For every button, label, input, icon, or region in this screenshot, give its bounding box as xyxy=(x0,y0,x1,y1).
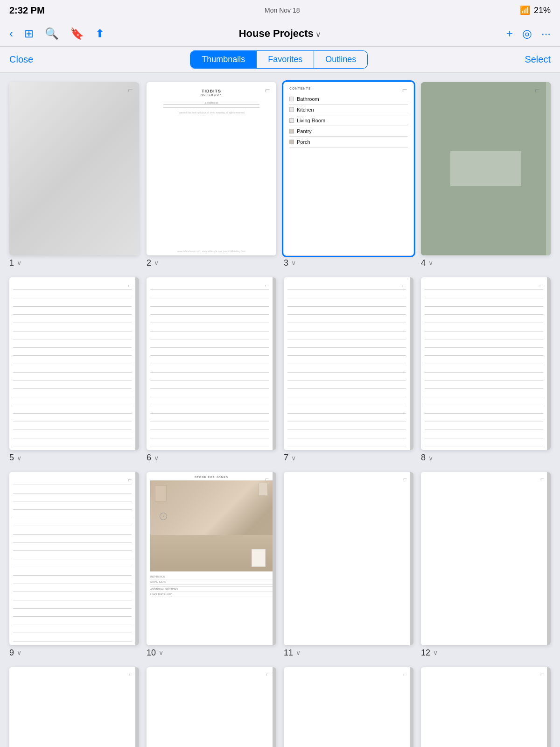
page-thumbnail[interactable]: ⌐ xyxy=(284,472,413,645)
add-button[interactable]: + xyxy=(506,27,513,40)
contents-item: Bathroom xyxy=(289,94,408,105)
thumbnail-item: STONE FOR JONES ⊕ INSPIRATION STONE IDEA… xyxy=(147,472,276,658)
chevron-down-icon[interactable]: ∨ xyxy=(17,259,21,267)
grid-page-content: ⌐ xyxy=(421,472,551,645)
title-dropdown-icon[interactable]: ∨ xyxy=(315,30,321,38)
select-button[interactable]: Select xyxy=(525,54,551,65)
document-title: House Projects xyxy=(239,28,314,39)
page-number: 9 xyxy=(9,648,14,658)
page-spine xyxy=(273,472,276,645)
bookmark-icon: ⌐ xyxy=(403,475,407,482)
chevron-down-icon[interactable]: ∨ xyxy=(428,454,433,462)
toolbar: Close Thumbnails Favorites Outlines Sele… xyxy=(0,47,560,73)
bookmark-icon: ⌐ xyxy=(128,281,132,289)
page-thumbnail[interactable]: STONE FOR JONES ⊕ INSPIRATION STONE IDEA… xyxy=(147,472,276,645)
chevron-down-icon[interactable]: ∨ xyxy=(154,259,159,267)
status-date: Mon Nov 18 xyxy=(265,7,300,14)
page-thumbnail[interactable]: ⌐ xyxy=(284,277,413,451)
status-time: 2:32 PM xyxy=(9,5,45,16)
page-number: 4 xyxy=(421,258,426,268)
bookmark-icon: ⌐ xyxy=(266,670,270,677)
chevron-down-icon[interactable]: ∨ xyxy=(17,454,21,462)
page-label-row: 6 ∨ xyxy=(147,453,276,463)
page-thumbnail[interactable]: ⌐ xyxy=(9,277,139,451)
contents-item-label: Living Room xyxy=(297,118,325,123)
page-thumbnail[interactable]: ⌐ xyxy=(284,667,413,747)
nav-right-controls: + ◎ ··· xyxy=(457,27,551,40)
chevron-down-icon[interactable]: ∨ xyxy=(159,649,163,656)
lined-page-content: ⌐ xyxy=(421,277,551,451)
close-button[interactable]: Close xyxy=(9,54,33,65)
page-thumbnail[interactable]: ⌐ xyxy=(421,472,551,645)
page-thumbnail[interactable]: ⌐ xyxy=(421,82,551,255)
grid-page-content: ⌐ xyxy=(284,472,413,645)
bookmark-icon: ⌐ xyxy=(402,281,406,289)
page-spine xyxy=(135,277,139,451)
page-label-row: 8 ∨ xyxy=(421,453,551,463)
page-label-row: 9 ∨ xyxy=(9,648,139,658)
page-thumbnail[interactable]: TIDBITS NOTEBOOK ⌐ xyxy=(9,82,139,255)
checkbox xyxy=(289,107,294,112)
inspiration-text-area: INSPIRATION STONE IDEAS ADDITIONAL DECIS… xyxy=(150,574,273,597)
chevron-down-icon[interactable]: ∨ xyxy=(428,259,433,267)
page-thumbnail[interactable]: ⌐ xyxy=(9,667,139,747)
thumbnail-item: ⌐ 15 ∨ xyxy=(284,667,413,747)
contents-item: Kitchen xyxy=(289,105,408,115)
page-spine xyxy=(547,472,551,645)
nav-left-controls: ‹ ⊞ 🔍 🔖 ⬆ xyxy=(9,27,103,40)
thumbnail-item: ⌐ 9 ∨ xyxy=(9,472,139,658)
grid-view-button[interactable]: ⊞ xyxy=(24,27,34,40)
bookmark-icon: ⌐ xyxy=(402,85,411,96)
battery-indicator: 21% xyxy=(534,6,551,15)
bookmark-button[interactable]: 🔖 xyxy=(70,27,84,40)
page-thumbnail-selected[interactable]: CONTENTS Bathroom Kitchen Living Room Pa… xyxy=(284,82,413,255)
back-button[interactable]: ‹ xyxy=(9,27,13,40)
page-number: 12 xyxy=(421,648,430,658)
thumbnail-item: CONTENTS Bathroom Kitchen Living Room Pa… xyxy=(284,82,413,268)
lined-page-content: ⌐ xyxy=(9,277,139,451)
page-thumbnail[interactable]: ⌐ xyxy=(421,277,551,451)
tab-thumbnails[interactable]: Thumbnails xyxy=(190,51,256,68)
thumbnail-item: TIDBITS NOTEBOOK Belongs to I created th… xyxy=(147,82,276,268)
checkbox xyxy=(289,140,294,144)
page-thumbnail[interactable]: ⌐ xyxy=(9,472,139,645)
page-thumbnail[interactable]: ⌐ xyxy=(147,667,276,747)
more-button[interactable]: ··· xyxy=(541,27,551,40)
page-spine xyxy=(410,472,413,645)
bookmark-icon: ⌐ xyxy=(540,670,544,677)
page-spine xyxy=(273,277,276,451)
thumbnail-item: ⌐ 11 ∨ xyxy=(284,472,413,658)
page-label-row: 7 ∨ xyxy=(284,453,413,463)
chevron-down-icon[interactable]: ∨ xyxy=(291,259,296,267)
page-thumbnail[interactable]: TIDBITS NOTEBOOK Belongs to I created th… xyxy=(147,82,276,255)
page-spine xyxy=(547,667,551,747)
thumbnail-item: ⌐ 5 ∨ xyxy=(9,277,139,463)
page-label-row: 4 ∨ xyxy=(421,258,551,268)
thumbnail-item: ⌐ 6 ∨ xyxy=(147,277,276,463)
tab-outlines[interactable]: Outlines xyxy=(314,51,367,68)
chevron-down-icon[interactable]: ∨ xyxy=(433,649,438,656)
page-label-row: 5 ∨ xyxy=(9,453,139,463)
contents-item: Porch xyxy=(289,137,408,148)
bookmark-icon: ⌐ xyxy=(403,670,407,677)
chevron-down-icon[interactable]: ∨ xyxy=(154,454,159,462)
page-thumbnail[interactable]: ⌐ xyxy=(147,277,276,451)
thumbnail-item: ⌐ 8 ∨ xyxy=(421,277,551,463)
wifi-icon: 📶 xyxy=(520,5,530,15)
search-button[interactable]: 🔍 xyxy=(45,27,59,40)
grid-page-content: ⌐ xyxy=(421,667,551,747)
tab-favorites[interactable]: Favorites xyxy=(256,51,314,68)
inspiration-page-content: STONE FOR JONES ⊕ INSPIRATION STONE IDEA… xyxy=(147,472,276,645)
contents-item: Pantry xyxy=(289,126,408,137)
circle-action-button[interactable]: ◎ xyxy=(522,27,532,40)
bookmark-icon: ⌐ xyxy=(540,475,544,482)
chevron-down-icon[interactable]: ∨ xyxy=(296,649,301,656)
thumbnail-item: ⌐ 7 ∨ xyxy=(284,277,413,463)
chevron-down-icon[interactable]: ∨ xyxy=(291,454,296,462)
contents-item-label: Kitchen xyxy=(297,107,314,113)
page-thumbnail[interactable]: ⌐ xyxy=(421,667,551,747)
grid-page-content: ⌐ xyxy=(147,667,276,747)
chevron-down-icon[interactable]: ∨ xyxy=(17,649,21,656)
bookmark-icon: ⌐ xyxy=(539,281,543,289)
page-spine xyxy=(135,472,139,645)
